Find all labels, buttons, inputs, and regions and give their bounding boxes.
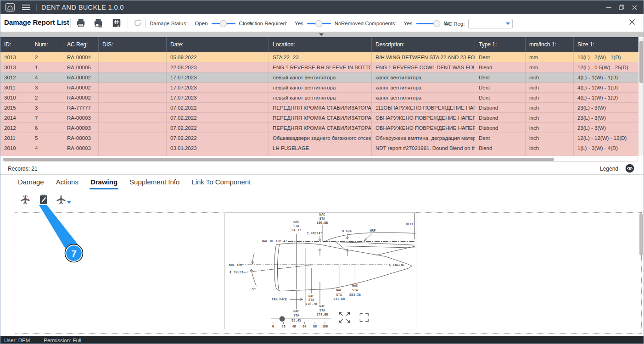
diagram-label: STA bbox=[319, 309, 325, 312]
drawing-scrollbar-thumb[interactable] bbox=[639, 213, 643, 255]
print-button[interactable] bbox=[75, 17, 87, 28]
table-cell: NDT report #27021991. Dound Blend on the… bbox=[372, 143, 475, 153]
diagram-label: NAC bbox=[352, 284, 358, 288]
close-list-icon[interactable] bbox=[629, 19, 635, 27]
export-excel-button[interactable]: x bbox=[111, 17, 123, 28]
table-cell: 2 bbox=[31, 93, 63, 103]
table-cell: inch bbox=[526, 143, 574, 153]
table-cell: RA-00002 bbox=[63, 93, 99, 103]
diagram-label: NWL 100 bbox=[229, 263, 242, 267]
table-cell bbox=[99, 72, 167, 83]
diagram-label: NAC WL 168.47 bbox=[262, 239, 287, 243]
diagram-label: 196.86 bbox=[316, 221, 328, 225]
damage-status-toggle[interactable] bbox=[212, 20, 235, 27]
tab-damage[interactable]: Damage bbox=[18, 178, 44, 188]
column-header[interactable]: Description: bbox=[372, 37, 475, 52]
table-cell: Dent bbox=[475, 83, 526, 93]
table-cell bbox=[475, 153, 526, 156]
close-button[interactable] bbox=[628, 0, 641, 14]
diagram-label: 174.00 bbox=[316, 313, 328, 316]
table-cell: 3013 bbox=[0, 62, 31, 72]
column-header[interactable]: Size 1: bbox=[574, 37, 638, 52]
horizontal-scrollbar-thumb[interactable] bbox=[3, 158, 554, 161]
column-header[interactable]: ID: bbox=[0, 37, 31, 52]
table-row-partial[interactable] bbox=[0, 153, 638, 156]
tab-link-to-component[interactable]: Link To Component bbox=[191, 178, 251, 188]
table-cell: 2011 bbox=[0, 133, 31, 143]
table-row[interactable]: 30124RA-0000217.07.2023левый капот венти… bbox=[0, 72, 638, 83]
diagram-label: 8.604 bbox=[342, 229, 352, 233]
column-header[interactable]: AC Reg: bbox=[63, 37, 99, 52]
table-row[interactable]: 20153RA-7777707.02.2022ПЕРЕДНЯЯ КРОМКА С… bbox=[0, 103, 638, 113]
table-cell: RA-77777 bbox=[63, 103, 99, 113]
diagram-label: 40 bbox=[292, 325, 296, 328]
table-cell: R/H WING BETWEEN STA 22 AND 23 FOUND DE.… bbox=[372, 52, 475, 62]
table-cell bbox=[63, 153, 99, 156]
drawing-canvas[interactable]: NACSTA196.86NACSTA94.37REFE2.40534°8.604… bbox=[15, 212, 642, 334]
ac-reg-select[interactable] bbox=[468, 19, 513, 28]
removed-components-toggle[interactable] bbox=[416, 20, 440, 27]
table-row[interactable]: 20104RA-0000303.01.2023LH FUSELAGENDT re… bbox=[0, 143, 638, 153]
toolbar-divider bbox=[128, 18, 128, 28]
collapse-table-icon[interactable] bbox=[319, 33, 324, 36]
refresh-button[interactable] bbox=[132, 17, 144, 28]
table-row[interactable]: 30131RA-0000522.08.2023ENG 1 REVERSE RH … bbox=[0, 62, 638, 72]
engine-diagram-svg: NACSTA196.86NACSTA94.37REFE2.40534°8.604… bbox=[225, 213, 416, 329]
table-cell: капот вентилятора bbox=[372, 93, 475, 103]
engine-drawing: NACSTA196.86NACSTA94.37REFE2.40534°8.604… bbox=[224, 212, 416, 329]
tab-drawing[interactable]: Drawing bbox=[90, 178, 118, 188]
table-cell: RA-00002 bbox=[63, 72, 99, 83]
ac-reg-label: AC Reg: bbox=[445, 21, 465, 27]
table-cell: mm bbox=[526, 62, 574, 72]
menu-icon[interactable] bbox=[20, 3, 32, 12]
aircraft-damage-view-icon[interactable] bbox=[20, 194, 31, 207]
table-cell: ПЕРЕДНЯЯ КРОМКА СТАБИЛИЗАТОРА МЕЖДУ... bbox=[269, 113, 372, 123]
aircraft-dropdown-icon[interactable] bbox=[67, 198, 71, 206]
table-vertical-scrollbar[interactable] bbox=[639, 38, 644, 156]
table-row[interactable]: 30113RA-0000217.07.2023левый капот венти… bbox=[0, 83, 638, 93]
diagram-label: NAC bbox=[293, 220, 299, 224]
column-header[interactable]: mm/inch 1: bbox=[526, 37, 574, 52]
minimize-button[interactable] bbox=[602, 0, 615, 14]
aircraft-select-icon[interactable] bbox=[56, 194, 67, 207]
table-cell: inch bbox=[526, 133, 574, 143]
restore-button[interactable] bbox=[615, 0, 628, 14]
column-header[interactable]: Num: bbox=[31, 37, 63, 52]
table-scrollbar-thumb[interactable] bbox=[639, 41, 643, 83]
legend-eye-icon[interactable] bbox=[625, 164, 634, 175]
column-header[interactable]: Date: bbox=[167, 37, 269, 52]
table-row[interactable]: 30102RA-0000217.07.2023левый капот венти… bbox=[0, 93, 638, 103]
diagram-label: STA bbox=[293, 224, 299, 228]
diagram-label: 231.88 bbox=[333, 297, 345, 301]
panel-splitter[interactable] bbox=[0, 32, 644, 37]
table-cell: 4 bbox=[31, 143, 63, 153]
table-cell: 1(L) - 3(W) - 4(D) bbox=[574, 143, 638, 153]
table-cell: 23(L) - 3(W) bbox=[574, 113, 638, 123]
table-cell: Disbond bbox=[475, 103, 526, 113]
edit-drawing-icon[interactable] bbox=[38, 194, 49, 207]
column-header[interactable]: Type 1: bbox=[475, 37, 526, 52]
table-cell bbox=[99, 62, 167, 72]
tab-supplement-info[interactable]: Supplement Info bbox=[129, 178, 179, 188]
action-required-toggle[interactable] bbox=[307, 20, 331, 27]
expand-arrows-icon bbox=[340, 312, 350, 322]
print-settings-button[interactable] bbox=[92, 17, 104, 28]
column-header[interactable]: Location: bbox=[269, 37, 372, 52]
tab-bar: DamageActionsDrawingSupplement InfoLink … bbox=[0, 175, 644, 190]
table-row[interactable]: 20126RA-0000307.02.2022ПЕРЕДНЯЯ КРОМКА С… bbox=[0, 123, 638, 133]
column-header[interactable]: DIS: bbox=[99, 37, 167, 52]
table-cell: капот вентилятора bbox=[372, 72, 475, 83]
table-row[interactable]: 40132RA-0000405.09.2022STA 22 -23R/H WIN… bbox=[0, 52, 638, 62]
table-cell: 10(L) - 2(W) - 1(D) bbox=[574, 52, 638, 62]
drawing-vertical-scrollbar[interactable] bbox=[639, 212, 644, 334]
table-cell: левый капот вентилятора bbox=[269, 83, 372, 93]
tab-actions[interactable]: Actions bbox=[56, 178, 78, 188]
table-row[interactable]: 20115RA-0000307.02.2022Обшивкадвери задн… bbox=[0, 133, 638, 143]
table-cell: ENG 1 REVERSE COWL DENT WAS FOUND bbox=[372, 62, 475, 72]
table-cell: 03.01.2023 bbox=[167, 143, 269, 153]
table-cell bbox=[167, 153, 269, 156]
horizontal-scrollbar[interactable] bbox=[2, 157, 638, 162]
table-row[interactable]: 20147RA-0000307.02.2022ПЕРЕДНЯЯ КРОМКА С… bbox=[0, 113, 638, 123]
table-cell: 4013 bbox=[0, 52, 31, 62]
table-cell: 3012 bbox=[0, 72, 31, 83]
